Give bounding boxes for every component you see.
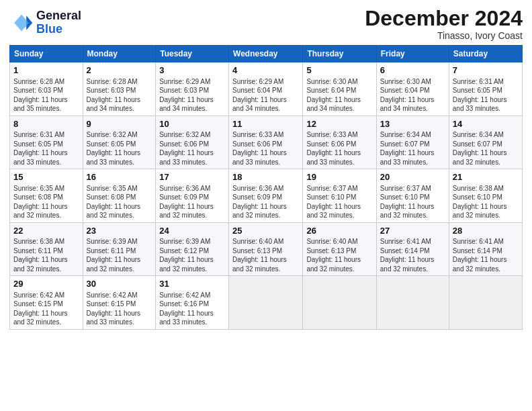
weekday-header-row: Sunday Monday Tuesday Wednesday Thursday… [10, 46, 523, 62]
sunrise-text: Sunrise: 6:29 AM [159, 78, 210, 85]
day-number: 8 [13, 118, 79, 130]
header-monday: Monday [83, 46, 156, 62]
sunset-text: Sunset: 6:03 PM [159, 87, 209, 94]
table-row: 27Sunrise: 6:41 AMSunset: 6:14 PMDayligh… [376, 222, 449, 276]
daylight-label: Daylight: 11 hours and 32 minutes. [306, 256, 361, 273]
page-container: General Blue December 2024 Tinasso, Ivor… [0, 0, 532, 336]
sunrise-text: Sunrise: 6:39 AM [159, 238, 210, 245]
daylight-label: Daylight: 11 hours and 34 minutes. [380, 96, 435, 113]
daylight-label: Daylight: 11 hours and 32 minutes. [453, 149, 507, 166]
sunset-text: Sunset: 6:03 PM [87, 87, 136, 94]
table-row: 21Sunrise: 6:38 AMSunset: 6:10 PMDayligh… [449, 169, 522, 223]
daylight-label: Daylight: 11 hours and 33 minutes. [306, 149, 361, 166]
daylight-label: Daylight: 11 hours and 32 minutes. [13, 310, 68, 326]
day-number: 6 [380, 64, 445, 77]
header-thursday: Thursday [303, 46, 376, 62]
sunset-text: Sunset: 6:09 PM [159, 193, 209, 201]
day-number: 19 [306, 171, 372, 183]
table-row: 18Sunrise: 6:36 AMSunset: 6:09 PMDayligh… [229, 169, 303, 223]
sunrise-text: Sunrise: 6:35 AM [13, 185, 64, 192]
calendar-week-row: 15Sunrise: 6:35 AMSunset: 6:08 PMDayligh… [10, 169, 523, 223]
day-number: 24 [159, 225, 225, 237]
sunrise-text: Sunrise: 6:42 AM [13, 291, 64, 299]
daylight-label: Daylight: 11 hours and 33 minutes. [87, 149, 141, 166]
sunset-text: Sunset: 6:08 PM [87, 193, 136, 201]
sunset-text: Sunset: 6:05 PM [13, 140, 63, 148]
daylight-label: Daylight: 11 hours and 32 minutes. [13, 203, 68, 220]
table-row: 3Sunrise: 6:29 AMSunset: 6:03 PMDaylight… [156, 62, 229, 116]
day-number: 29 [13, 278, 79, 290]
day-number: 11 [232, 118, 299, 130]
table-row: 31Sunrise: 6:42 AMSunset: 6:16 PMDayligh… [156, 276, 229, 330]
sunrise-text: Sunrise: 6:40 AM [232, 238, 283, 245]
sunset-text: Sunset: 6:04 PM [306, 87, 356, 94]
sunrise-text: Sunrise: 6:34 AM [453, 131, 504, 138]
sunset-text: Sunset: 6:16 PM [159, 300, 209, 308]
sunset-text: Sunset: 6:13 PM [306, 247, 356, 255]
daylight-label: Daylight: 11 hours and 32 minutes. [232, 256, 287, 273]
daylight-label: Daylight: 11 hours and 32 minutes. [453, 256, 507, 273]
table-row [229, 276, 303, 330]
table-row: 9Sunrise: 6:32 AMSunset: 6:05 PMDaylight… [83, 116, 156, 169]
day-number: 7 [453, 64, 519, 77]
sunset-text: Sunset: 6:06 PM [232, 140, 282, 148]
daylight-label: Daylight: 11 hours and 34 minutes. [159, 96, 214, 113]
daylight-label: Daylight: 11 hours and 33 minutes. [380, 149, 435, 166]
day-number: 22 [13, 225, 79, 237]
table-row: 29Sunrise: 6:42 AMSunset: 6:15 PMDayligh… [10, 276, 83, 330]
table-row: 6Sunrise: 6:30 AMSunset: 6:04 PMDaylight… [376, 62, 449, 116]
daylight-label: Daylight: 11 hours and 32 minutes. [87, 256, 141, 273]
sunset-text: Sunset: 6:04 PM [380, 87, 430, 94]
table-row: 5Sunrise: 6:30 AMSunset: 6:04 PMDaylight… [303, 62, 376, 116]
daylight-label: Daylight: 11 hours and 33 minutes. [13, 149, 68, 166]
sunset-text: Sunset: 6:07 PM [380, 140, 430, 148]
sunrise-text: Sunrise: 6:32 AM [87, 131, 138, 138]
day-number: 28 [453, 225, 519, 237]
sunset-text: Sunset: 6:06 PM [159, 140, 209, 148]
sunrise-text: Sunrise: 6:36 AM [232, 185, 283, 192]
table-row: 24Sunrise: 6:39 AMSunset: 6:12 PMDayligh… [156, 222, 229, 276]
day-number: 1 [13, 64, 79, 77]
sunrise-text: Sunrise: 6:36 AM [159, 185, 210, 192]
sunset-text: Sunset: 6:06 PM [306, 140, 356, 148]
calendar-subtitle: Tinasso, Ivory Coast [365, 30, 523, 41]
sunset-text: Sunset: 6:14 PM [380, 247, 430, 255]
sunrise-text: Sunrise: 6:40 AM [306, 238, 357, 245]
table-row: 7Sunrise: 6:31 AMSunset: 6:05 PMDaylight… [449, 62, 522, 116]
sunset-text: Sunset: 6:14 PM [453, 247, 502, 255]
daylight-label: Daylight: 11 hours and 33 minutes. [232, 149, 287, 166]
sunset-text: Sunset: 6:05 PM [87, 140, 136, 148]
header-sunday: Sunday [10, 46, 83, 62]
logo-text: General Blue [36, 9, 81, 36]
logo-icon [9, 11, 34, 35]
sunrise-text: Sunrise: 6:38 AM [13, 238, 64, 245]
daylight-label: Daylight: 11 hours and 34 minutes. [232, 96, 287, 113]
calendar-week-row: 8Sunrise: 6:31 AMSunset: 6:05 PMDaylight… [10, 116, 523, 169]
day-number: 21 [453, 171, 519, 183]
daylight-label: Daylight: 11 hours and 32 minutes. [159, 256, 214, 273]
table-row: 28Sunrise: 6:41 AMSunset: 6:14 PMDayligh… [449, 222, 522, 276]
daylight-label: Daylight: 11 hours and 32 minutes. [380, 203, 435, 220]
day-number: 18 [232, 171, 299, 183]
table-row: 16Sunrise: 6:35 AMSunset: 6:08 PMDayligh… [83, 169, 156, 223]
sunrise-text: Sunrise: 6:38 AM [453, 185, 504, 192]
daylight-label: Daylight: 11 hours and 32 minutes. [87, 203, 141, 220]
daylight-label: Daylight: 11 hours and 33 minutes. [453, 96, 507, 113]
sunset-text: Sunset: 6:15 PM [87, 300, 136, 308]
calendar-week-row: 1Sunrise: 6:28 AMSunset: 6:03 PMDaylight… [10, 62, 523, 116]
sunrise-text: Sunrise: 6:41 AM [380, 238, 431, 245]
day-number: 25 [232, 225, 299, 237]
sunset-text: Sunset: 6:10 PM [306, 193, 356, 201]
sunrise-text: Sunrise: 6:35 AM [87, 185, 138, 192]
sunset-text: Sunset: 6:09 PM [232, 193, 282, 201]
sunrise-text: Sunrise: 6:29 AM [232, 78, 283, 85]
table-row: 8Sunrise: 6:31 AMSunset: 6:05 PMDaylight… [10, 116, 83, 169]
table-row: 2Sunrise: 6:28 AMSunset: 6:03 PMDaylight… [83, 62, 156, 116]
sunrise-text: Sunrise: 6:31 AM [453, 78, 504, 85]
header-tuesday: Tuesday [156, 46, 229, 62]
daylight-label: Daylight: 11 hours and 35 minutes. [13, 96, 68, 113]
logo-general: General [36, 9, 81, 22]
sunset-text: Sunset: 6:07 PM [453, 140, 502, 148]
logo: General Blue [9, 9, 81, 36]
table-row [303, 276, 376, 330]
